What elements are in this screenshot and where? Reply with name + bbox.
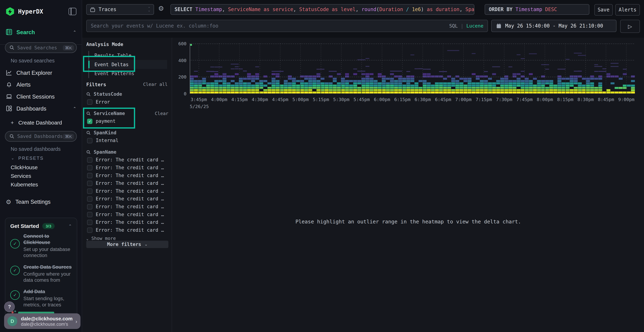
analysis-mode-results-table[interactable]: Results Table [89, 51, 167, 60]
user-email: dale@clickhouse.com [21, 316, 73, 322]
saved-dashboards-input[interactable]: Saved Dashboards ⌘K [5, 131, 77, 142]
x-axis-tick: 7:45pm [516, 97, 533, 102]
search-icon [10, 134, 14, 139]
saved-dashboards-placeholder: Saved Dashboards [17, 134, 62, 139]
get-started-step[interactable]: ✓Create Data SourcesConfigure where your… [10, 264, 72, 283]
user-team: dale@clickhouse.com's [21, 322, 73, 327]
create-dashboard-button[interactable]: + Create Dashboard [0, 119, 82, 126]
clear-filter-button[interactable]: Clear [155, 111, 168, 116]
get-started-step[interactable]: ✓Add DataStart sending logs, metrics, or… [10, 289, 72, 308]
checkbox-unchecked[interactable] [87, 138, 92, 143]
x-axis-tick: 5:45pm [354, 97, 370, 102]
checkbox-unchecked[interactable] [87, 165, 92, 170]
get-started-header[interactable]: Get Started 3/3 ⌃ [5, 218, 77, 229]
more-filters-button[interactable]: More filters ⌄ [86, 240, 168, 248]
checkbox-unchecked[interactable] [87, 157, 92, 162]
filter-option[interactable]: Error [87, 99, 168, 105]
checkbox-checked[interactable]: ✓ [87, 118, 92, 124]
save-button[interactable]: Save [594, 4, 613, 16]
clear-all-button[interactable]: Clear all [143, 82, 168, 87]
filter-group-spankind: SpanKindInternal [86, 130, 168, 144]
search-icon [86, 111, 91, 116]
step-desc: Start sending logs, metrics, or traces [24, 296, 72, 308]
lucene-search-input[interactable]: Search your events w/ Lucene ex. column:… [86, 20, 488, 32]
run-query-button[interactable]: ▷ [620, 20, 640, 33]
chevron-up-icon[interactable]: ⌃ [68, 224, 72, 228]
mode-sql-toggle[interactable]: SQL [449, 23, 458, 29]
y-axis-tick: 0 [172, 91, 186, 96]
preset-clickhouse[interactable]: ClickHouse [0, 164, 82, 171]
checkbox-unchecked[interactable] [87, 99, 92, 104]
x-axis-tick: 7:15pm [476, 97, 492, 102]
order-by-input[interactable]: ORDER BY Timestamp DESC [484, 4, 589, 15]
checkbox-unchecked[interactable] [87, 227, 92, 233]
source-select[interactable]: Traces ⌃⌄ [86, 4, 154, 15]
filter-option[interactable]: Error: The credit card … [87, 172, 168, 178]
help-button[interactable]: ? [4, 302, 15, 312]
chevron-up-icon[interactable]: ⌃ [73, 106, 76, 110]
filter-option[interactable]: Error: The credit card … [87, 188, 168, 194]
x-axis-tick: 8:45pm [598, 97, 614, 102]
sidebar-item-dashboards[interactable]: Dashboards ⌃ [0, 104, 82, 114]
analysis-mode-event-patterns[interactable]: Event Patterns [89, 69, 167, 78]
x-axis-tick: 6:45pm [435, 97, 451, 102]
main-content: 6004002000 3:45pm4:00pm4:15pm4:30pm4:45p… [172, 38, 644, 332]
chevron-right-icon: › [76, 318, 77, 324]
kbd-shortcut: ⌘K [63, 45, 74, 50]
alerts-button[interactable]: Alerts [615, 4, 640, 16]
preset-kubernetes[interactable]: Kubernetes [0, 181, 82, 188]
create-dashboard-label: Create Dashboard [18, 119, 62, 126]
duration-heatmap[interactable] [190, 44, 635, 94]
filter-option[interactable]: Error: The credit card … [87, 219, 168, 225]
filter-option[interactable]: Error: The credit card … [87, 165, 168, 170]
filter-option[interactable]: Error: The credit card … [87, 212, 168, 217]
filter-group-name: SpanName [94, 149, 116, 155]
filters-label: Filters [86, 82, 106, 88]
show-more-button[interactable]: ⌄Show more [86, 236, 168, 241]
sidebar-item-search[interactable]: Search ⌃ [0, 27, 82, 37]
mode-lucene-toggle[interactable]: Lucene [466, 23, 483, 29]
sidebar-item-team-settings[interactable]: ⚙ Team Settings [0, 197, 82, 206]
get-started-badge: 3/3 [42, 223, 55, 229]
checkbox-unchecked[interactable] [87, 180, 92, 186]
checkbox-unchecked[interactable] [87, 212, 92, 217]
filter-group-statuscode: StatusCodeError [86, 91, 168, 105]
sidebar-item-client-sessions[interactable]: Client Sessions [0, 92, 82, 102]
filter-option-label: Internal [96, 138, 118, 143]
sidebar-collapse-icon[interactable] [68, 8, 76, 15]
y-axis-tick: 600 [172, 41, 186, 46]
calendar-icon [496, 23, 502, 29]
saved-searches-input[interactable]: Saved Searches ⌘K [5, 42, 77, 53]
chevron-up-icon[interactable]: ⌃ [73, 30, 76, 34]
analysis-mode-event-deltas[interactable]: Event Deltas [89, 60, 167, 69]
checkbox-unchecked[interactable] [87, 196, 92, 202]
sidebar-item-chart-explorer[interactable]: Chart Explorer [0, 68, 82, 78]
checkbox-unchecked[interactable] [87, 172, 92, 178]
get-started-step[interactable]: ✓Connect to ClickHouseSet up your databa… [10, 233, 72, 259]
filter-option[interactable]: ✓payment [87, 118, 168, 124]
checkbox-unchecked[interactable] [87, 220, 92, 225]
gear-icon[interactable]: ⚙ [158, 5, 164, 12]
filter-option[interactable]: Error: The credit card … [87, 196, 168, 202]
avatar: D [7, 316, 17, 326]
x-axis-tick: 6:00pm [374, 97, 390, 102]
sql-select-input[interactable]: SELECT Timestamp, ServiceName as service… [170, 4, 474, 15]
sidebar-item-alerts[interactable]: Alerts [0, 80, 82, 90]
filter-option[interactable]: Error: The credit card … [87, 204, 168, 210]
client-sessions-icon [6, 93, 12, 100]
user-menu[interactable]: D dale@clickhouse.com dale@clickhouse.co… [4, 314, 80, 329]
date-range-value: May 26 15:40:00 - May 26 21:10:00 [505, 23, 603, 29]
preset-services[interactable]: Services [0, 172, 82, 180]
filter-option-label: Error: The credit card … [96, 196, 164, 202]
x-axis-tick: 3:45pm [191, 97, 207, 102]
checkbox-unchecked[interactable] [87, 204, 92, 209]
filter-option[interactable]: Error: The credit card … [87, 180, 168, 186]
date-range-picker[interactable]: May 26 15:40:00 - May 26 21:10:00 [491, 20, 616, 32]
presets-toggle[interactable]: ⌄ PRESETS [0, 155, 82, 162]
x-axis-tick: 4:45pm [272, 97, 288, 102]
filter-option[interactable]: Internal [87, 138, 168, 143]
filter-option[interactable]: Error: The credit card … [87, 157, 168, 162]
checkbox-unchecked[interactable] [87, 188, 92, 194]
filter-option[interactable]: Error: The credit card … [87, 227, 168, 233]
preset-label: Kubernetes [11, 182, 38, 188]
